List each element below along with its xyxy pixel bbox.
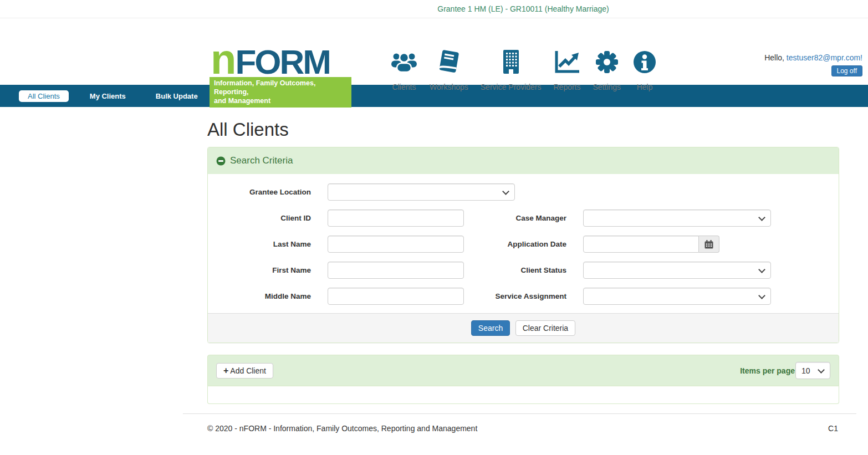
copyright-text: © 2020 - nFORM - Information, Family Out… bbox=[207, 424, 477, 433]
page-footer: © 2020 - nFORM - Information, Family Out… bbox=[207, 414, 838, 433]
gear-icon bbox=[595, 48, 619, 76]
greeting-hello: Hello, bbox=[764, 53, 784, 62]
first-name-row: First Name Client Status bbox=[208, 262, 839, 279]
minus-circle-icon bbox=[216, 156, 226, 166]
nav-label-reports: Reports bbox=[553, 83, 580, 91]
nav-item-clients[interactable]: Clients bbox=[387, 48, 421, 91]
items-per-page-label: Items per page bbox=[740, 366, 795, 375]
grantee-location-select-wrap bbox=[328, 183, 515, 201]
case-manager-select-wrap bbox=[583, 209, 771, 227]
logo-form-letters: FORM bbox=[235, 49, 330, 75]
logo-tagline-line2: and Management bbox=[214, 97, 351, 106]
case-manager-select[interactable] bbox=[583, 209, 771, 227]
chart-icon bbox=[554, 48, 580, 76]
tab-all-clients[interactable]: All Clients bbox=[19, 90, 69, 102]
search-criteria-title: Search Criteria bbox=[230, 155, 293, 166]
main-nav-menu: Clients Workshops bbox=[387, 48, 660, 91]
service-assignment-label: Service Assignment bbox=[464, 292, 566, 300]
nav-item-reports[interactable]: Reports bbox=[550, 48, 584, 91]
items-per-page-select-wrap: 10 bbox=[795, 362, 830, 379]
application-date-label: Application Date bbox=[464, 240, 566, 248]
items-per-page-group: Items per page 10 bbox=[740, 362, 830, 379]
nav-item-workshops[interactable]: Workshops bbox=[426, 48, 472, 91]
search-criteria-footer: Search Clear Criteria bbox=[208, 313, 839, 342]
search-criteria-panel: Search Criteria Grantee Location Client … bbox=[207, 147, 839, 343]
client-status-select-wrap bbox=[583, 262, 771, 279]
search-criteria-body: Grantee Location Client ID Case Manager bbox=[208, 174, 839, 313]
first-name-label: First Name bbox=[208, 266, 311, 274]
clear-criteria-button[interactable]: Clear Criteria bbox=[515, 320, 575, 336]
book-icon bbox=[437, 48, 461, 76]
last-name-row: Last Name Application Date bbox=[208, 236, 839, 253]
users-icon bbox=[391, 48, 417, 76]
client-status-select[interactable] bbox=[583, 262, 771, 279]
application-date-group bbox=[583, 236, 719, 253]
nav-item-help[interactable]: Help bbox=[630, 48, 660, 91]
nav-label-settings: Settings bbox=[593, 83, 621, 91]
nform-logo-wordmark: nFORM bbox=[210, 43, 351, 75]
last-name-label: Last Name bbox=[208, 240, 311, 248]
logo-n-letter: n bbox=[211, 43, 235, 75]
middle-name-row: Middle Name Service Assignment bbox=[208, 288, 839, 305]
nav-label-service-providers: Service Providers bbox=[481, 83, 542, 91]
grantee-location-row: Grantee Location bbox=[208, 183, 839, 201]
nav-label-workshops: Workshops bbox=[430, 83, 468, 91]
service-assignment-select[interactable] bbox=[583, 288, 771, 305]
calendar-button[interactable] bbox=[699, 236, 719, 253]
first-name-input[interactable] bbox=[328, 262, 464, 279]
results-header: + Add Client Items per page 10 bbox=[207, 355, 839, 386]
tab-my-clients[interactable]: My Clients bbox=[81, 90, 135, 102]
grantee-info-text: Grantee 1 HM (LE) - GR10011 (Healthy Mar… bbox=[207, 0, 839, 18]
last-name-input[interactable] bbox=[328, 236, 464, 253]
nav-label-clients: Clients bbox=[392, 83, 416, 91]
add-client-label: Add Client bbox=[230, 366, 266, 375]
building-icon bbox=[502, 48, 520, 76]
case-manager-label: Case Manager bbox=[464, 214, 566, 222]
logo-tagline: Information, Family Outcomes, Reporting,… bbox=[210, 77, 351, 108]
user-block: Hello, testuser82@mpr.com! Log off bbox=[764, 53, 862, 76]
search-button[interactable]: Search bbox=[471, 320, 510, 336]
service-assignment-select-wrap bbox=[583, 288, 771, 305]
greeting-text: Hello, testuser82@mpr.com! bbox=[764, 53, 862, 62]
main-content: All Clients Search Criteria Grantee Loca… bbox=[207, 119, 839, 404]
add-client-button[interactable]: + Add Client bbox=[216, 363, 273, 379]
grantee-location-label: Grantee Location bbox=[208, 188, 311, 196]
middle-name-input[interactable] bbox=[328, 288, 464, 305]
calendar-icon bbox=[704, 240, 713, 249]
middle-name-label: Middle Name bbox=[208, 292, 311, 300]
results-empty-body bbox=[207, 386, 839, 404]
plus-icon: + bbox=[223, 366, 228, 375]
nform-logo[interactable]: nFORM Information, Family Outcomes, Repo… bbox=[210, 43, 351, 108]
logo-tagline-line1: Information, Family Outcomes, Reporting, bbox=[214, 79, 351, 96]
client-id-input[interactable] bbox=[328, 209, 464, 227]
page-title: All Clients bbox=[207, 119, 839, 140]
page-code: C1 bbox=[828, 424, 838, 433]
results-panel: + Add Client Items per page 10 bbox=[207, 355, 839, 404]
info-icon bbox=[633, 48, 656, 76]
app-header: nFORM Information, Family Outcomes, Repo… bbox=[0, 18, 868, 85]
client-id-label: Client ID bbox=[208, 214, 311, 222]
log-off-button[interactable]: Log off bbox=[831, 65, 862, 76]
nav-item-service-providers[interactable]: Service Providers bbox=[477, 48, 545, 91]
grantee-location-select[interactable] bbox=[328, 183, 515, 201]
tab-bulk-update[interactable]: Bulk Update bbox=[147, 90, 207, 102]
user-email-link[interactable]: testuser82@mpr.com! bbox=[787, 53, 862, 62]
nav-label-help: Help bbox=[637, 83, 653, 91]
grantee-info-bar: Grantee 1 HM (LE) - GR10011 (Healthy Mar… bbox=[0, 0, 868, 18]
items-per-page-select[interactable]: 10 bbox=[795, 362, 830, 379]
nav-item-settings[interactable]: Settings bbox=[590, 48, 625, 91]
application-date-input[interactable] bbox=[583, 236, 699, 253]
client-status-label: Client Status bbox=[464, 266, 566, 274]
client-id-row: Client ID Case Manager bbox=[208, 209, 839, 227]
search-criteria-header[interactable]: Search Criteria bbox=[208, 147, 839, 174]
